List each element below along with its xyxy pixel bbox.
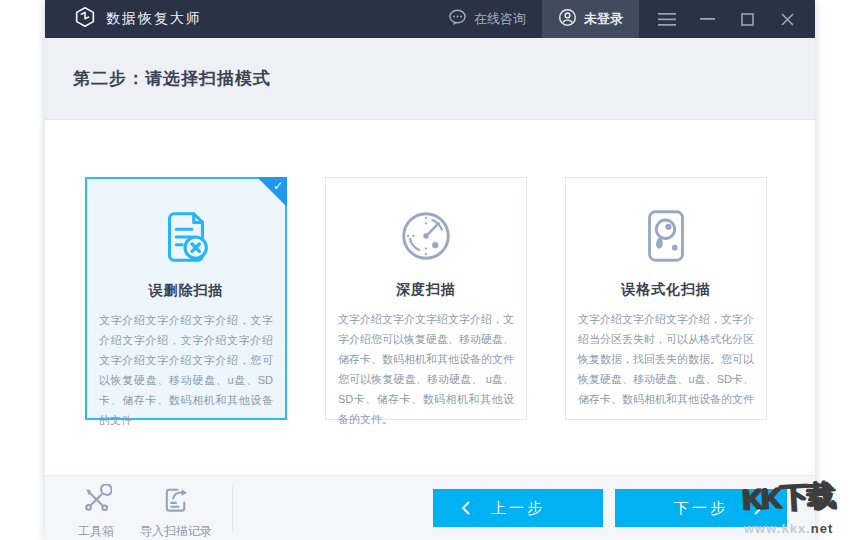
- import-scan-record-button[interactable]: 导入扫描记录: [140, 484, 212, 540]
- brand: 数据恢复大师: [73, 5, 202, 33]
- online-service-button[interactable]: 在线咨询: [432, 0, 542, 38]
- prev-step-label: 上一步: [491, 499, 545, 518]
- import-record-label: 导入扫描记录: [140, 523, 212, 540]
- card-deep-scan[interactable]: 深度扫描 文字介绍文字介文字绍文字介绍，文字介绍您可以恢复硬盘、移动硬盘、储存卡…: [325, 177, 527, 420]
- card-description: 文字介绍文字介绍文字介绍，文字介绍当分区丢失时，可以从格式化分区恢复数据，找回丢…: [578, 309, 754, 409]
- card-description: 文字介绍文字介文字绍文字介绍，文字介绍您可以恢复硬盘、移动硬盘、储存卡、数码相机…: [338, 309, 514, 429]
- scan-mode-content: ✓ 误删除扫描 文字介绍文字介绍文字介绍，文字介绍文字介绍，文字介绍文字介绍文字…: [45, 120, 815, 475]
- prev-step-button[interactable]: 上一步: [433, 489, 603, 527]
- card-format-scan[interactable]: 误格式化扫描 文字介绍文字介绍文字介绍，文字介绍当分区丢失时，可以从格式化分区恢…: [565, 177, 767, 420]
- document-delete-icon: [87, 205, 285, 269]
- card-title: 误格式化扫描: [566, 281, 766, 299]
- toolbox-button[interactable]: 工具箱: [78, 484, 114, 540]
- card-title: 深度扫描: [326, 281, 526, 299]
- minimize-icon[interactable]: [687, 0, 727, 38]
- chevron-right-icon: [753, 500, 763, 519]
- app-window: 数据恢复大师 在线咨询: [45, 0, 815, 540]
- step-title: 第二步：请选择扫描模式: [73, 67, 271, 90]
- login-button[interactable]: 未登录: [542, 0, 639, 38]
- login-status-label: 未登录: [584, 10, 623, 28]
- chat-bubble-icon: [448, 8, 467, 30]
- app-logo-icon: [73, 5, 97, 33]
- import-record-icon: [161, 484, 192, 519]
- next-step-label: 下一步: [674, 499, 728, 518]
- hamburger-menu-icon[interactable]: [647, 0, 687, 38]
- user-icon: [558, 8, 577, 30]
- window-controls: [639, 0, 815, 38]
- disk-format-icon: [566, 204, 766, 268]
- footer: 工具箱 导入扫描记录 上一步 下一步: [45, 475, 815, 540]
- card-title: 误删除扫描: [87, 282, 285, 300]
- toolbox-icon: [81, 484, 112, 519]
- next-step-button[interactable]: 下一步: [615, 489, 787, 527]
- scan-mode-cards: ✓ 误删除扫描 文字介绍文字介绍文字介绍，文字介绍文字介绍，文字介绍文字介绍文字…: [85, 177, 767, 420]
- card-deleted-scan[interactable]: ✓ 误删除扫描 文字介绍文字介绍文字介绍，文字介绍文字介绍，文字介绍文字介绍文字…: [85, 177, 287, 420]
- radar-icon: [326, 204, 526, 268]
- maximize-icon[interactable]: [727, 0, 767, 38]
- app-title: 数据恢复大师: [106, 10, 202, 28]
- toolbox-label: 工具箱: [78, 523, 114, 540]
- chevron-left-icon: [461, 500, 471, 519]
- step-header: 第二步：请选择扫描模式: [45, 38, 815, 120]
- online-service-label: 在线咨询: [474, 10, 526, 28]
- card-description: 文字介绍文字介绍文字介绍，文字介绍文字介绍，文字介绍文字介绍文字介绍文字介绍文字…: [99, 310, 273, 430]
- footer-divider: [232, 486, 233, 531]
- titlebar: 数据恢复大师 在线咨询: [45, 0, 815, 38]
- check-icon: ✓: [273, 179, 283, 193]
- close-icon[interactable]: [767, 0, 807, 38]
